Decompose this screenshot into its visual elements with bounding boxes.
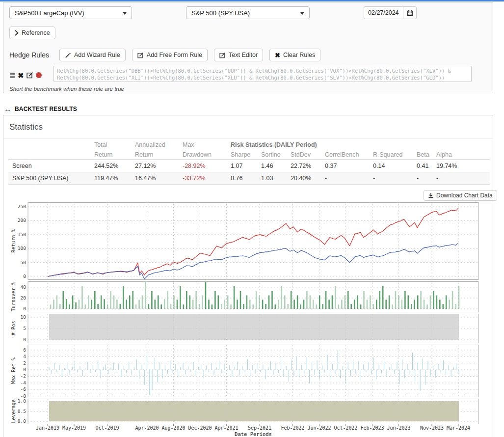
screen-settings-panel: S&P500 LargeCap (IVV) S&P 500 (SPY:USA) …	[3, 2, 493, 93]
text-editor-button[interactable]: Text Editor	[214, 49, 263, 61]
hedge-rule-row: ✖ Ret%Chg(80,0,GetSeries("DBB"))<Ret%Chg…	[9, 66, 487, 82]
clear-rules-button[interactable]: ✖ Clear Rules	[269, 49, 320, 61]
screen-select[interactable]: S&P500 LargeCap (IVV)	[9, 6, 132, 19]
svg-text:200: 200	[18, 218, 26, 223]
svg-text:-4: -4	[21, 380, 27, 385]
wand-icon	[65, 52, 71, 58]
svg-text:Nov-2023: Nov-2023	[420, 425, 444, 431]
svg-text:Max Ret %: Max Ret %	[11, 357, 16, 384]
delete-rule-icon[interactable]: ✖	[18, 72, 24, 79]
edit-rule-icon[interactable]	[27, 72, 33, 79]
svg-text:0: 0	[23, 306, 26, 311]
add-wizard-rule-label: Add Wizard Rule	[74, 52, 120, 58]
svg-text:1.0: 1.0	[18, 398, 26, 404]
svg-text:Feb-2022: Feb-2022	[281, 425, 304, 431]
drag-handle-icon[interactable]	[9, 72, 15, 79]
svg-text:Dec-2020: Dec-2020	[188, 425, 212, 431]
svg-text:2: 2	[23, 360, 26, 366]
svg-text:Aug-2020: Aug-2020	[161, 425, 185, 431]
svg-text:150: 150	[18, 232, 26, 237]
svg-text:Oct-2022: Oct-2022	[334, 425, 357, 431]
hedge-rule-expression[interactable]: Ret%Chg(80,0,GetSeries("DBB"))<Ret%Chg(8…	[53, 66, 472, 82]
backtest-charts: 050100150200250Return %02040Turnover %05…	[3, 202, 494, 437]
svg-text:Oct-2019: Oct-2019	[95, 425, 119, 431]
chevron-down-icon	[123, 12, 127, 15]
svg-text:0: 0	[23, 367, 26, 372]
stats-header-row-2: Return Return Drawdown Sharpe Sortino St…	[8, 149, 490, 160]
clear-rules-label: Clear Rules	[283, 52, 315, 58]
risk-statistics-group-header: Risk Statistics (DAILY Period)	[231, 141, 490, 148]
svg-text:Mar-2024: Mar-2024	[447, 425, 470, 431]
add-wizard-rule-button[interactable]: Add Wizard Rule	[59, 49, 126, 61]
svg-text:-8: -8	[21, 393, 27, 399]
svg-text:50: 50	[21, 260, 27, 265]
svg-text:250: 250	[18, 204, 26, 209]
svg-text:# Pos: # Pos	[11, 321, 16, 335]
add-free-form-rule-button[interactable]: Add Free Form Rule	[132, 49, 208, 61]
table-row-benchmark: S&P 500 (SPY:USA) 119.47% 16.47% -33.72%…	[8, 172, 490, 185]
rule-status-indicator[interactable]	[36, 72, 42, 78]
calendar-button[interactable]	[403, 6, 417, 19]
svg-text:Jun-2022: Jun-2022	[307, 425, 331, 431]
svg-text:100: 100	[18, 246, 26, 251]
calendar-icon	[407, 10, 413, 16]
pencil-square-icon	[137, 52, 144, 58]
reference-label: Reference	[22, 29, 50, 36]
svg-text:May-2019: May-2019	[62, 425, 86, 431]
download-chart-data-button[interactable]: Download Chart Data	[424, 190, 497, 201]
backtest-results-title: BACKTEST RESULTS	[15, 106, 77, 112]
top-accent-bar	[0, 0, 504, 1]
backtest-results-header[interactable]: ↔ BACKTEST RESULTS	[4, 105, 504, 112]
svg-text:6: 6	[23, 347, 26, 353]
date-input[interactable]	[364, 6, 403, 19]
svg-text:Date Periods: Date Periods	[235, 431, 272, 437]
svg-text:0.0: 0.0	[18, 418, 26, 424]
backtest-results-panel: Statistics Total Annualized Max Risk Sta…	[3, 115, 493, 437]
pencil-square-icon	[219, 52, 226, 58]
hedge-rules-note: Short the benchmark when these rule are …	[9, 86, 487, 92]
x-icon: ✖	[275, 52, 280, 58]
svg-text:-2: -2	[21, 373, 26, 379]
chevron-right-icon	[15, 30, 19, 36]
svg-text:40: 40	[21, 284, 27, 290]
svg-text:Apr-2021: Apr-2021	[214, 425, 238, 431]
left-right-arrow-icon: ↔	[4, 105, 11, 112]
svg-text:Return %: Return %	[11, 229, 16, 252]
reference-button[interactable]: Reference	[9, 27, 55, 39]
svg-text:4: 4	[23, 354, 26, 359]
svg-text:20: 20	[21, 295, 27, 300]
download-icon	[428, 192, 434, 198]
text-editor-label: Text Editor	[229, 52, 258, 58]
hedge-rules-toolbar: Hedge Rules Add Wizard Rule Add Free For…	[9, 49, 487, 61]
download-chart-data-label: Download Chart Data	[436, 192, 493, 199]
svg-text:0.5: 0.5	[18, 409, 26, 414]
benchmark-select[interactable]: S&P 500 (SPY:USA)	[186, 6, 310, 19]
statistics-table: Total Annualized Max Risk Statistics (DA…	[3, 138, 493, 185]
rule-row-icons: ✖	[9, 66, 53, 82]
benchmark-select-value: S&P 500 (SPY:USA)	[191, 9, 250, 17]
controls-row: S&P500 LargeCap (IVV) S&P 500 (SPY:USA)	[9, 6, 487, 19]
hedge-rules-label: Hedge Rules	[9, 51, 59, 59]
svg-text:Apr-2020: Apr-2020	[135, 425, 159, 431]
svg-text:0: 0	[23, 273, 26, 279]
svg-text:Jun-2023: Jun-2023	[387, 425, 410, 431]
svg-text:-6: -6	[21, 386, 27, 392]
stats-header-row-1: Total Annualized Max Risk Statistics (DA…	[8, 139, 490, 149]
chevron-down-icon	[300, 12, 304, 15]
statistics-title: Statistics	[3, 115, 493, 132]
svg-text:Sep-2021: Sep-2021	[248, 425, 271, 431]
svg-text:0: 0	[23, 337, 26, 342]
svg-text:Turnover %: Turnover %	[11, 282, 16, 311]
svg-text:Jan-2019: Jan-2019	[36, 425, 59, 431]
col-max: Max	[183, 141, 231, 148]
col-total: Total	[94, 141, 135, 148]
svg-text:Leverage: Leverage	[11, 399, 16, 423]
svg-text:5: 5	[23, 326, 26, 331]
col-annualized: Annualized	[135, 141, 183, 148]
svg-text:10: 10	[21, 314, 27, 320]
as-of-date-group	[364, 6, 417, 19]
add-free-form-rule-label: Add Free Form Rule	[147, 52, 202, 58]
table-row-screen: Screen 244.52% 27.12% -28.92% 1.07 1.46 …	[8, 160, 490, 172]
backtest-page: { "page": { "top_accent_color": "#3f83ea…	[0, 0, 504, 437]
svg-text:Feb-2023: Feb-2023	[360, 425, 384, 431]
